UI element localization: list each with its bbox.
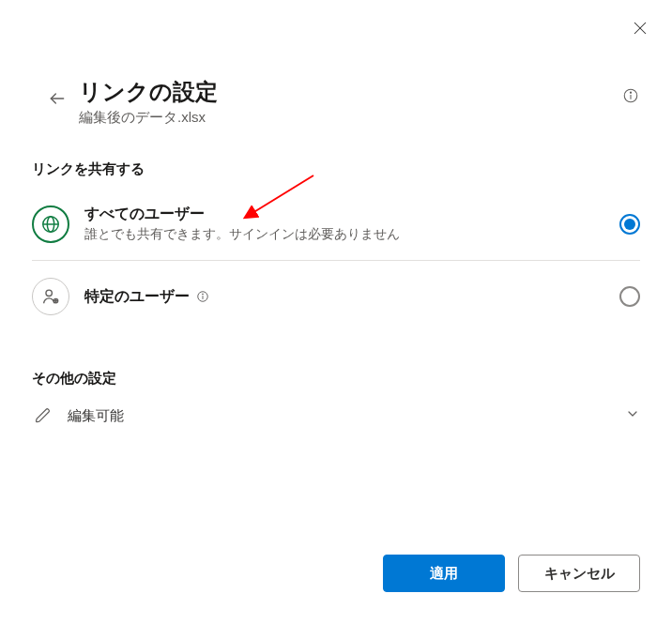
apply-button[interactable]: 適用 <box>383 555 505 592</box>
dialog-footer: 適用 キャンセル <box>383 555 640 592</box>
arrow-left-icon <box>48 89 67 108</box>
dialog-title: リンクの設定 <box>79 77 621 107</box>
option-anyone-desc: 誰とでも共有できます。サインインは必要ありません <box>84 226 619 243</box>
option-specific-title: 特定のユーザー <box>84 287 190 307</box>
chevron-down-icon <box>625 406 640 425</box>
share-options: すべてのユーザー 誰とでも共有できます。サインインは必要ありません 特定のユーザ… <box>0 188 672 332</box>
specific-info-button[interactable] <box>195 290 209 304</box>
permission-value: 編集可能 <box>68 407 625 425</box>
back-button[interactable] <box>41 83 73 114</box>
radio-anyone[interactable] <box>619 214 640 235</box>
option-anyone-title: すべてのユーザー <box>84 205 619 224</box>
pencil-icon <box>32 407 54 424</box>
filename-label: 編集後のデータ.xlsx <box>79 109 621 127</box>
info-icon <box>196 290 209 303</box>
option-specific[interactable]: 特定のユーザー <box>32 260 640 332</box>
cancel-button[interactable]: キャンセル <box>518 555 640 592</box>
people-icon <box>32 278 69 315</box>
globe-icon <box>32 205 69 243</box>
other-settings-section: その他の設定 編集可能 <box>0 332 672 434</box>
close-button[interactable] <box>629 17 651 39</box>
permission-dropdown[interactable]: 編集可能 <box>32 397 640 434</box>
info-icon <box>622 87 639 104</box>
info-button[interactable] <box>621 86 640 105</box>
share-section-label: リンクを共有する <box>0 127 672 188</box>
svg-point-5 <box>630 92 631 93</box>
svg-point-11 <box>46 290 52 296</box>
dialog-header: リンクの設定 編集後のデータ.xlsx <box>0 0 672 127</box>
other-settings-label: その他の設定 <box>32 370 640 388</box>
radio-specific[interactable] <box>619 286 640 307</box>
svg-point-17 <box>202 294 203 295</box>
option-anyone[interactable]: すべてのユーザー 誰とでも共有できます。サインインは必要ありません <box>32 188 640 260</box>
close-icon <box>632 20 649 37</box>
